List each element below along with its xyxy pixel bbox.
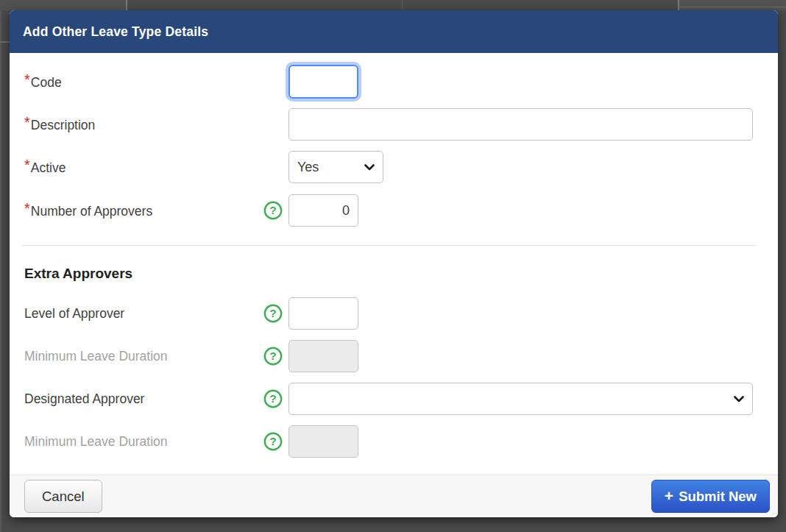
dialog-body: *Code *Description *Active Yes *Number o…: [10, 53, 778, 475]
number-of-approvers-input[interactable]: [288, 194, 358, 227]
svg-text:?: ?: [269, 204, 276, 216]
active-select[interactable]: Yes: [288, 151, 383, 183]
help-icon[interactable]: ?: [263, 347, 283, 366]
help-icon[interactable]: ?: [263, 304, 283, 323]
help-icon[interactable]: ?: [263, 389, 283, 408]
background-page-fragment: [679, 7, 786, 7]
dialog-footer: Cancel +Submit New: [10, 475, 778, 517]
required-asterisk: *: [24, 157, 30, 173]
active-select-value: Yes: [297, 160, 319, 175]
minimum-leave-duration-row: Minimum Leave Duration ?: [10, 340, 778, 372]
chevron-down-icon: [364, 164, 375, 171]
dialog-title: Add Other Leave Type Details: [23, 24, 208, 40]
dialog-header: Add Other Leave Type Details: [10, 10, 778, 53]
minimum-leave-duration-label: Minimum Leave Duration: [24, 349, 263, 364]
designated-approver-label: Designated Approver: [24, 391, 263, 407]
level-of-approver-label: Level of Approver: [24, 306, 263, 322]
background-page-fragment: [0, 0, 126, 10]
description-row: *Description: [10, 108, 778, 141]
section-divider: [21, 245, 757, 246]
minimum-leave-duration-label: Minimum Leave Duration: [24, 434, 263, 450]
required-asterisk: *: [24, 114, 30, 130]
minimum-leave-duration-input: [288, 340, 358, 372]
background-page-fragment: [678, 0, 679, 10]
active-row: *Active Yes: [10, 151, 778, 183]
svg-text:?: ?: [269, 307, 276, 319]
minimum-leave-duration-row: Minimum Leave Duration ?: [10, 425, 778, 458]
background-page-fragment: [126, 0, 127, 10]
svg-text:?: ?: [269, 392, 276, 405]
minimum-leave-duration-input: [288, 425, 358, 458]
background-page-fragment: [678, 0, 786, 10]
svg-text:?: ?: [269, 350, 276, 362]
code-input[interactable]: [288, 65, 358, 99]
submit-new-button[interactable]: +Submit New: [651, 480, 770, 513]
background-page-fragment: [0, 41, 10, 43]
plus-icon: +: [665, 487, 673, 505]
required-asterisk: *: [24, 200, 30, 216]
level-of-approver-input[interactable]: [288, 297, 358, 330]
designated-approver-row: Designated Approver ?: [10, 383, 778, 415]
help-icon[interactable]: ?: [263, 432, 283, 451]
active-label: *Active: [24, 159, 263, 176]
extra-approvers-heading: Extra Approvers: [24, 263, 778, 284]
background-page-fragment: [402, 0, 403, 10]
code-label: *Code: [24, 74, 263, 91]
designated-approver-select[interactable]: [288, 383, 753, 415]
required-asterisk: *: [24, 71, 30, 88]
help-icon[interactable]: ?: [263, 201, 283, 220]
level-of-approver-row: Level of Approver ?: [10, 297, 778, 330]
description-label: *Description: [24, 116, 263, 133]
number-of-approvers-row: *Number of Approvers ?: [10, 194, 778, 227]
description-input[interactable]: [288, 108, 753, 141]
add-other-leave-type-dialog: Add Other Leave Type Details *Code *Desc…: [10, 10, 778, 517]
background-page-fragment: [0, 0, 1, 532]
submit-new-label: Submit New: [679, 489, 757, 505]
code-row: *Code: [10, 65, 778, 99]
chevron-down-icon: [734, 396, 744, 402]
number-of-approvers-label: *Number of Approvers: [24, 202, 263, 219]
cancel-button[interactable]: Cancel: [24, 480, 102, 513]
svg-text:?: ?: [269, 435, 276, 447]
